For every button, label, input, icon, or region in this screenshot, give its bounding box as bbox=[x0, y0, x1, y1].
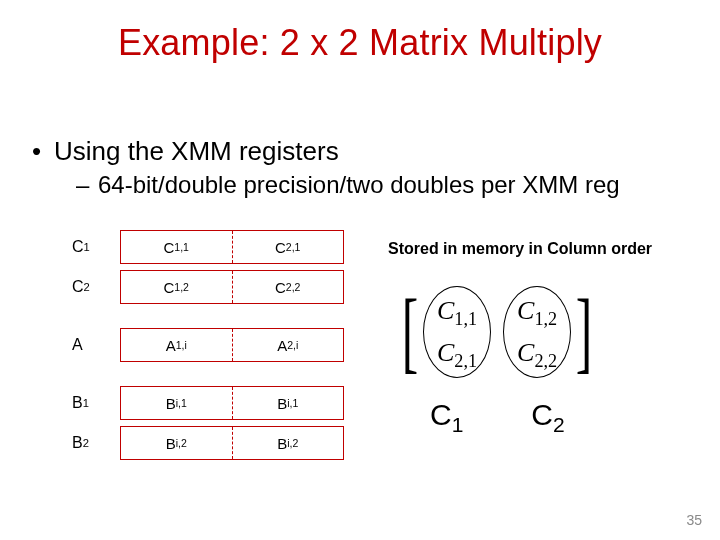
col-label-c2-base: C bbox=[531, 398, 553, 432]
reg-a-left: A1,i bbox=[121, 329, 233, 361]
reg-b1-left-base: B bbox=[166, 395, 176, 412]
matrix-c21-sub: 2,1 bbox=[454, 351, 477, 371]
reg-b2-left: Bi,2 bbox=[121, 427, 233, 459]
reg-c1-left-base: C bbox=[164, 239, 175, 256]
reg-box-c2: C1,2 C2,2 bbox=[120, 270, 344, 304]
column-labels: C1 C2 bbox=[430, 398, 565, 432]
matrix-col-1: C1,1 C2,1 bbox=[431, 290, 483, 374]
reg-row-c1: C1 C1,1 C2,1 bbox=[72, 230, 344, 264]
reg-c1-right-base: C bbox=[275, 239, 286, 256]
col-label-c1-base: C bbox=[430, 398, 452, 432]
reg-b1-right: Bi,1 bbox=[233, 387, 344, 419]
reg-label-b1-base: B bbox=[72, 394, 83, 412]
reg-b2-left-base: B bbox=[166, 435, 176, 452]
reg-label-b2-base: B bbox=[72, 434, 83, 452]
reg-label-c2-base: C bbox=[72, 278, 84, 296]
matrix-c22-sub: 2,2 bbox=[534, 351, 557, 371]
reg-c2-left-base: C bbox=[164, 279, 175, 296]
reg-b1-left: Bi,1 bbox=[121, 387, 233, 419]
reg-b2-right-base: B bbox=[277, 435, 287, 452]
reg-row-b1: B1 Bi,1 Bi,1 bbox=[72, 386, 344, 420]
matrix-c22-base: C bbox=[517, 338, 534, 367]
register-diagram: C1 C1,1 C2,1 C2 C1,2 C2,2 bbox=[72, 230, 344, 466]
reg-row-b2: B2 Bi,2 Bi,2 bbox=[72, 426, 344, 460]
matrix-c11-sub: 1,1 bbox=[454, 309, 477, 329]
bracket-right-icon: ] bbox=[576, 292, 592, 372]
matrix-c12-base: C bbox=[517, 296, 534, 325]
col-label-c1: C1 bbox=[430, 398, 463, 432]
reg-b2-right: Bi,2 bbox=[233, 427, 344, 459]
matrix-c21-base: C bbox=[437, 338, 454, 367]
bullet-l2: 64-bit/double precision/two doubles per … bbox=[76, 171, 688, 199]
slide-title: Example: 2 x 2 Matrix Multiply bbox=[0, 22, 720, 64]
matrix-c11-base: C bbox=[437, 296, 454, 325]
page-number: 35 bbox=[686, 512, 702, 528]
bullet-list: Using the XMM registers 64-bit/double pr… bbox=[32, 136, 688, 199]
reg-label-c2: C2 bbox=[72, 270, 120, 304]
col-label-c1-sub: 1 bbox=[452, 413, 464, 436]
matrix-columns: C1,1 C2,1 C1,2 C2,2 bbox=[425, 290, 569, 374]
reg-a-right-base: A bbox=[277, 337, 287, 354]
bullet-l1: Using the XMM registers bbox=[32, 136, 688, 167]
reg-label-b1: B1 bbox=[72, 386, 120, 420]
reg-a-right: A2,i bbox=[233, 329, 344, 361]
slide: Example: 2 x 2 Matrix Multiply Using the… bbox=[0, 0, 720, 540]
matrix-c: [ C1,1 C2,1 C1,2 C2,2 ] bbox=[395, 290, 599, 374]
matrix-c12: C1,2 bbox=[517, 296, 557, 326]
memory-order-note: Stored in memory in Column order bbox=[388, 240, 652, 258]
reg-b1-right-base: B bbox=[277, 395, 287, 412]
matrix-c12-sub: 1,2 bbox=[534, 309, 557, 329]
bracket-left-icon: [ bbox=[402, 292, 418, 372]
matrix-c21: C2,1 bbox=[437, 338, 477, 368]
reg-c2-right-base: C bbox=[275, 279, 286, 296]
reg-c2-left: C1,2 bbox=[121, 271, 233, 303]
reg-row-c2: C2 C1,2 C2,2 bbox=[72, 270, 344, 304]
reg-label-a-base: A bbox=[72, 336, 83, 354]
reg-box-b2: Bi,2 Bi,2 bbox=[120, 426, 344, 460]
reg-box-a: A1,i A2,i bbox=[120, 328, 344, 362]
reg-row-a: A A1,i A2,i bbox=[72, 328, 344, 362]
matrix-c22: C2,2 bbox=[517, 338, 557, 368]
reg-label-b2: B2 bbox=[72, 426, 120, 460]
reg-box-b1: Bi,1 Bi,1 bbox=[120, 386, 344, 420]
col-label-c2-sub: 2 bbox=[553, 413, 565, 436]
reg-gap-2 bbox=[72, 368, 344, 386]
reg-gap-1 bbox=[72, 310, 344, 328]
reg-label-c1-base: C bbox=[72, 238, 84, 256]
reg-a-left-base: A bbox=[166, 337, 176, 354]
reg-label-a: A bbox=[72, 328, 120, 362]
reg-label-c1: C1 bbox=[72, 230, 120, 264]
matrix-col-2: C1,2 C2,2 bbox=[511, 290, 563, 374]
col-label-c2: C2 bbox=[531, 398, 564, 432]
matrix-c11: C1,1 bbox=[437, 296, 477, 326]
reg-c1-left: C1,1 bbox=[121, 231, 233, 263]
reg-c1-right: C2,1 bbox=[233, 231, 344, 263]
reg-box-c1: C1,1 C2,1 bbox=[120, 230, 344, 264]
reg-c2-right: C2,2 bbox=[233, 271, 344, 303]
